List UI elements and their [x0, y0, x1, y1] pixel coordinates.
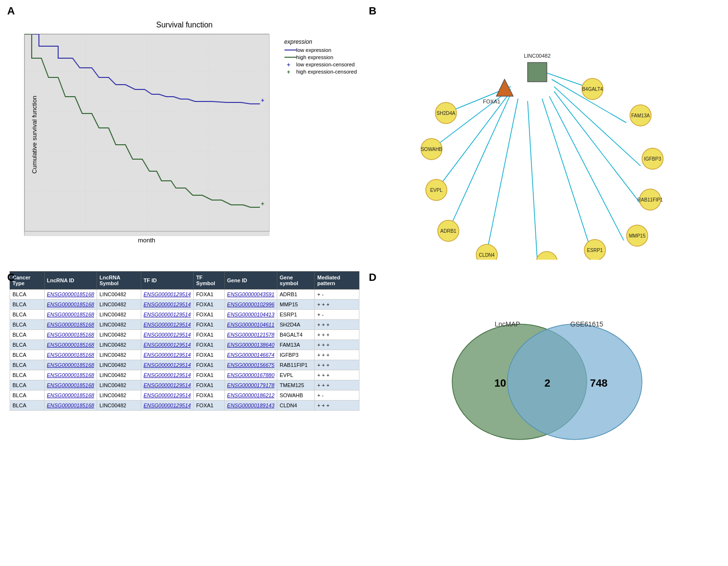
table-row: BLCAENSG00000185168LINC00482ENSG00000129…	[10, 330, 359, 340]
network-svg: LINC00482 FOXA1 B4GALT4 SH2D4A FAM13A SO…	[369, 19, 696, 260]
svg-text:+: +	[261, 97, 264, 104]
panel-a-label: A	[7, 5, 15, 17]
svg-text:10: 10	[83, 235, 88, 236]
chart-title: Survival function	[10, 17, 359, 31]
table-row: BLCAENSG00000185168LINC00482ENSG00000129…	[10, 300, 359, 310]
legend-high-censored-label: high expression-censored	[296, 69, 357, 75]
svg-text:ESRP1: ESRP1	[587, 248, 603, 253]
col-lncrna-symbol: LncRNA Symbol	[97, 272, 141, 289]
data-table: Cancer Type LncRNA ID LncRNA Symbol TF I…	[10, 271, 359, 411]
panel-c: C Cancer Type LncRNA ID LncRNA Symbol TF…	[0, 266, 364, 483]
svg-marker-43	[496, 79, 513, 96]
legend-low-expression: low expression	[284, 47, 357, 53]
col-cancer-type: Cancer Type	[10, 272, 45, 289]
panel-b: B	[364, 0, 728, 266]
panel-c-label: C	[7, 271, 15, 284]
panel-d-label: D	[369, 271, 377, 284]
svg-text:20: 20	[144, 235, 150, 236]
x-axis-label: month	[24, 237, 269, 244]
svg-text:FAM13A: FAM13A	[631, 113, 650, 118]
svg-text:+: +	[287, 69, 290, 75]
legend-low-label: low expression	[296, 47, 332, 53]
svg-text:2: 2	[544, 377, 550, 389]
svg-text:GSE61615: GSE61615	[570, 320, 604, 328]
table-row: BLCAENSG00000185168LINC00482ENSG00000129…	[10, 370, 359, 380]
svg-text:SOWAHB: SOWAHB	[420, 147, 442, 152]
svg-text:B4GALT4: B4GALT4	[582, 87, 603, 92]
legend-low-censored: + low expression-censored	[284, 62, 357, 67]
svg-text:LncMAP: LncMAP	[495, 320, 520, 328]
svg-line-37	[554, 91, 643, 207]
svg-text:ADRB1: ADRB1	[440, 228, 457, 234]
panel-d: D LncMAP GSE61615 10 2 748	[364, 266, 728, 483]
legend-low-censored-label: low expression-censored	[296, 62, 355, 67]
table-row: BLCAENSG00000185168LINC00482ENSG00000129…	[10, 360, 359, 370]
table-row: BLCAENSG00000185168LINC00482ENSG00000129…	[10, 390, 359, 401]
svg-text:EVPL: EVPL	[430, 188, 443, 193]
legend-high-expression: high expression	[284, 54, 357, 60]
svg-text:30: 30	[205, 235, 211, 236]
panel-b-label: B	[369, 5, 377, 17]
svg-text:10: 10	[494, 377, 506, 389]
table-row: BLCAENSG00000185168LINC00482ENSG00000129…	[10, 401, 359, 411]
svg-text:+: +	[287, 62, 290, 67]
col-gene-symbol: Gene symbol	[277, 272, 315, 289]
svg-text:0: 0	[25, 235, 26, 236]
svg-text:MMP15: MMP15	[629, 233, 645, 239]
svg-text:FOXA1: FOXA1	[482, 99, 500, 104]
svg-text:LINC00482: LINC00482	[524, 53, 551, 59]
svg-point-65	[536, 252, 557, 260]
col-tf-id: TF ID	[141, 272, 193, 289]
legend-title: expression	[284, 38, 357, 45]
table-row: BLCAENSG00000185168LINC00482ENSG00000129…	[10, 289, 359, 300]
svg-line-35	[542, 99, 592, 255]
svg-text:+: +	[261, 201, 264, 207]
col-lncrna-id: LncRNA ID	[44, 272, 97, 289]
svg-text:40: 40	[257, 235, 263, 236]
venn-svg: LncMAP GSE61615 10 2 748	[426, 298, 666, 466]
svg-line-36	[549, 96, 624, 240]
svg-point-70	[507, 324, 642, 440]
col-gene-id: Gene ID	[224, 272, 277, 289]
table-row: BLCAENSG00000185168LINC00482ENSG00000129…	[10, 350, 359, 360]
svg-text:SH2D4A: SH2D4A	[436, 111, 455, 116]
table-row: BLCAENSG00000185168LINC00482ENSG00000129…	[10, 320, 359, 330]
svg-text:RAB11FIP1: RAB11FIP1	[637, 197, 663, 202]
svg-text:IGFBP3: IGFBP3	[644, 156, 661, 162]
svg-text:CLDN4: CLDN4	[479, 252, 494, 258]
svg-line-34	[528, 101, 537, 260]
col-mediated-pattern: Mediated pattern	[315, 272, 359, 289]
panel-a: A Survival function Cumulative survival …	[0, 0, 364, 266]
legend-high-censored: + high expression-censored	[284, 69, 357, 75]
table-row: BLCAENSG00000185168LINC00482ENSG00000129…	[10, 380, 359, 390]
col-tf-symbol: TF Symbol	[194, 272, 224, 289]
survival-chart-svg: 0.0 0.2 0.4 0.6 0.8 1.0	[25, 34, 270, 236]
legend-high-label: high expression	[296, 54, 333, 60]
table-row: BLCAENSG00000185168LINC00482ENSG00000129…	[10, 340, 359, 350]
svg-rect-41	[528, 63, 547, 82]
table-row: BLCAENSG00000185168LINC00482ENSG00000129…	[10, 310, 359, 320]
svg-text:748: 748	[590, 377, 608, 389]
y-axis-label: Cumulative survival function	[31, 96, 38, 174]
svg-line-33	[487, 99, 518, 252]
svg-line-32	[448, 94, 511, 231]
